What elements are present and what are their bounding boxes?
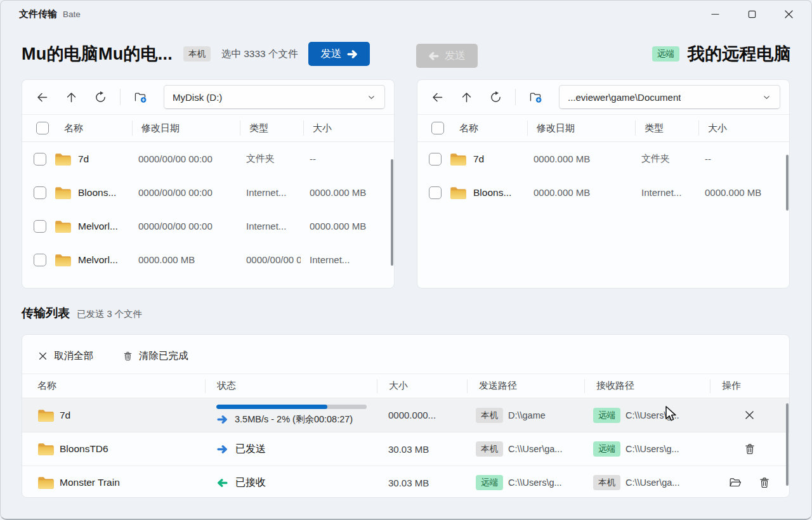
- scrollbar[interactable]: [786, 155, 789, 211]
- select-all-checkbox[interactable]: [36, 122, 49, 134]
- column-type: 类型: [249, 122, 268, 134]
- scrollbar[interactable]: [786, 403, 789, 486]
- minimize-icon: [709, 8, 721, 20]
- file-size: 0000.000 MB: [696, 187, 789, 198]
- recv-path: 本机 C:\\User\ga...: [584, 475, 710, 490]
- new-folder-icon: [134, 91, 147, 104]
- file-row[interactable]: Melvorl... 0000/00/00 00:00 Internet... …: [22, 209, 394, 243]
- local-table-header: 名称 修改日期 类型 大小: [22, 115, 394, 142]
- refresh-button[interactable]: [86, 85, 115, 109]
- progress-fill: [216, 405, 327, 409]
- file-type: Internet...: [237, 187, 301, 198]
- new-folder-button[interactable]: [126, 85, 155, 109]
- delete-record-button[interactable]: [758, 476, 771, 489]
- close-button[interactable]: [770, 1, 807, 27]
- file-type: 文件夹: [237, 153, 301, 165]
- remote-table-header: 名称 修改日期 类型 大小: [417, 115, 789, 142]
- file-row[interactable]: 7d 0000/00/00 00:00 文件夹 --: [22, 142, 394, 176]
- row-checkbox[interactable]: [34, 153, 46, 166]
- arrow-right-icon: [347, 49, 358, 59]
- scrollbar[interactable]: [391, 159, 393, 266]
- transfer-status: 已发送: [205, 443, 377, 456]
- column-name: 名称: [459, 122, 478, 134]
- up-icon: [65, 91, 78, 104]
- row-checkbox[interactable]: [429, 153, 442, 166]
- file-row[interactable]: Bloons... 0000.000 MB Internet... 0000.0…: [417, 176, 789, 209]
- up-icon: [460, 91, 473, 104]
- send-path-text: D:\\game: [508, 410, 546, 420]
- toolbar-divider: [120, 89, 121, 105]
- titlebar: 文件传输 Bate: [19, 8, 81, 20]
- remote-path-value: ...eviewer\game\Document: [568, 92, 681, 103]
- back-icon: [36, 91, 49, 104]
- remote-machine-title: 我的远程电脑: [688, 42, 791, 65]
- new-folder-button[interactable]: [521, 85, 550, 109]
- column-ops: 操作: [710, 379, 789, 393]
- progress-bar: [216, 405, 367, 409]
- file-type: 文件夹: [632, 153, 696, 165]
- file-date: 0000/00/00 00:00: [129, 153, 237, 164]
- file-date: 0000.000 MB: [525, 153, 632, 164]
- transfer-actions: 取消全部 清除已完成: [22, 335, 789, 374]
- up-button[interactable]: [56, 85, 86, 109]
- close-icon: [783, 8, 795, 20]
- back-button[interactable]: [422, 85, 452, 109]
- trash-icon: [122, 351, 133, 361]
- row-checkbox[interactable]: [429, 186, 442, 199]
- file-size: --: [696, 153, 789, 164]
- transfer-subtitle: 已发送 3 个文件: [77, 308, 142, 320]
- file-date: 0000/00/00 00:00: [129, 187, 237, 198]
- maximize-button[interactable]: [733, 1, 770, 27]
- refresh-button[interactable]: [481, 85, 510, 109]
- row-checkbox[interactable]: [34, 254, 46, 266]
- refresh-icon: [94, 91, 107, 104]
- file-name: Bloons...: [473, 187, 511, 198]
- file-name: Bloons...: [78, 187, 116, 198]
- recv-path: 远端 C:\\Users\g...: [584, 408, 710, 423]
- file-name: Melvorl...: [78, 254, 118, 266]
- file-row[interactable]: 7d 0000.000 MB 文件夹 --: [417, 142, 789, 176]
- window-controls: [697, 1, 807, 27]
- back-icon: [431, 91, 444, 104]
- chevron-down-icon: [762, 93, 771, 102]
- receive-button-disabled[interactable]: 发送: [416, 44, 478, 68]
- folder-icon: [55, 186, 72, 200]
- select-all-checkbox[interactable]: [431, 122, 444, 134]
- back-button[interactable]: [27, 85, 56, 109]
- transfer-status: 3.5MB/s - 2% (剩余00:08:27): [205, 405, 377, 426]
- file-type: Internet...: [632, 187, 696, 198]
- recv-path: 远端 C:\\Users\g...: [584, 441, 710, 457]
- cancel-all-button[interactable]: 取消全部: [37, 349, 93, 363]
- remote-path-dropdown[interactable]: ...eviewer\game\Document: [559, 85, 780, 109]
- column-status: 状态: [205, 379, 377, 393]
- open-folder-button[interactable]: [729, 476, 742, 489]
- app-title: 文件传输: [19, 8, 57, 20]
- cancel-transfer-button[interactable]: [743, 409, 756, 421]
- clear-completed-button[interactable]: 清除已完成: [122, 349, 188, 363]
- local-path-dropdown[interactable]: MyDisk (D:): [164, 85, 385, 109]
- local-badge: 本机: [476, 441, 503, 457]
- file-size: Internet...: [301, 254, 394, 265]
- up-button[interactable]: [452, 85, 481, 109]
- local-badge: 本机: [476, 408, 503, 423]
- row-checkbox[interactable]: [34, 186, 46, 199]
- column-name: 名称: [64, 122, 83, 134]
- transfer-row[interactable]: BloonsTD6 已发送 30.03 MB 本机 C:\\User\ga...…: [22, 432, 789, 465]
- delete-record-button[interactable]: [743, 443, 756, 455]
- transfer-row[interactable]: Monster Train 已接收 30.03 MB 远端 C:\\Users\…: [22, 465, 789, 498]
- send-button[interactable]: 发送: [308, 42, 370, 66]
- status-text: 已接收: [235, 476, 266, 490]
- row-checkbox[interactable]: [34, 220, 46, 233]
- folder-icon: [37, 408, 55, 422]
- transfer-file-name: Monster Train: [60, 477, 120, 488]
- file-type: 0000/00/00 00:00: [237, 254, 301, 265]
- file-row[interactable]: Melvorl... 0000.000 MB 0000/00/00 00:00 …: [22, 243, 394, 276]
- file-date: 0000.000 MB: [525, 187, 632, 198]
- remote-file-panel: ...eviewer\game\Document 名称 修改日期 类型 大小 7…: [417, 79, 790, 289]
- transfer-file-name: 7d: [60, 410, 70, 421]
- minimize-button[interactable]: [697, 1, 733, 27]
- folder-icon: [37, 442, 55, 456]
- file-row[interactable]: Bloons... 0000/00/00 00:00 Internet... 0…: [22, 176, 394, 209]
- status-text: 3.5MB/s - 2% (剩余00:08:27): [235, 413, 353, 426]
- toolbar-divider: [515, 89, 516, 105]
